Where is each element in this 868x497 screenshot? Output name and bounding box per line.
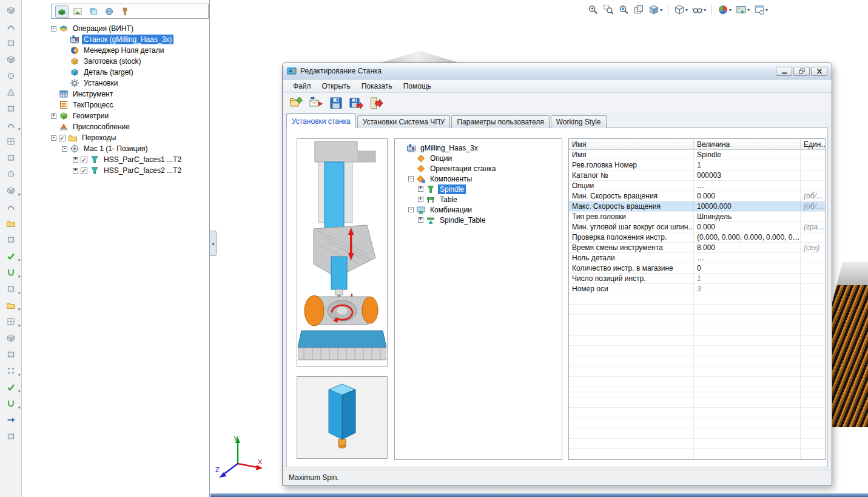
property-value[interactable]: 8.000 xyxy=(694,243,801,252)
left-toolbar-button-1[interactable] xyxy=(2,3,20,18)
feature-tree-item-9[interactable]: +Геометрии xyxy=(22,110,209,121)
expand-plus-icon[interactable]: + xyxy=(418,186,423,192)
expand-minus-icon[interactable]: - xyxy=(408,176,414,181)
left-toolbar-button-9[interactable] xyxy=(2,134,20,149)
expand-plus-icon[interactable]: + xyxy=(51,113,56,119)
dropdown-caret-icon[interactable]: ▾ xyxy=(18,258,21,262)
menu-item-3[interactable]: Показать xyxy=(356,80,398,92)
property-row[interactable]: Время смены инструмента8.000(сек) xyxy=(569,243,825,253)
props-column-header[interactable]: Един… xyxy=(801,139,825,149)
property-value[interactable]: 000003 xyxy=(694,171,801,180)
feature-tree-item-label[interactable]: Операция (ВИНТ) xyxy=(71,24,135,33)
dropdown-caret-icon[interactable]: ▾ xyxy=(765,7,768,13)
left-toolbar-button-13[interactable] xyxy=(2,200,20,214)
save-machine-as-button[interactable] xyxy=(348,95,365,112)
left-toolbar-button-16[interactable]: ▾ xyxy=(2,249,20,263)
item-checkbox[interactable]: ✓ xyxy=(59,135,66,141)
machine-tree-item-5[interactable]: +Spindle xyxy=(395,184,562,194)
feature-tree-item-label[interactable]: Переходы xyxy=(80,133,118,143)
dropdown-caret-icon[interactable]: ▾ xyxy=(18,274,21,279)
dropdown-caret-icon[interactable]: ▾ xyxy=(685,7,688,13)
dropdown-caret-icon[interactable]: ▾ xyxy=(18,307,21,311)
machine-tree-item-label[interactable]: Spindle_Table xyxy=(438,215,487,225)
panel-tab-paint[interactable] xyxy=(118,5,132,18)
property-row[interactable]: ИмяSpindle xyxy=(569,150,825,160)
left-toolbar-button-12[interactable]: ▾ xyxy=(2,183,20,198)
property-value[interactable]: (0.000, 0.000, 0.000, 0.000, 0… xyxy=(694,232,801,242)
feature-tree-item-13[interactable]: +✓HSS_ParC_faces1 ...T2 xyxy=(22,154,209,165)
expand-plus-icon[interactable]: + xyxy=(418,197,423,202)
machine-tree-item-4[interactable]: -Компоненты xyxy=(395,174,562,184)
machine-tree-item-label[interactable]: Опции xyxy=(428,154,454,163)
tab-1[interactable]: Установки станка xyxy=(286,113,356,128)
property-value[interactable]: 0 xyxy=(694,263,801,273)
left-toolbar-button-25[interactable]: ▾ xyxy=(2,396,20,411)
machine-tree-item-7[interactable]: -Комбинации xyxy=(395,205,562,215)
machine-tree-item-label[interactable]: Spindle xyxy=(438,184,466,194)
feature-tree-item-label[interactable]: ТехПроцесс xyxy=(71,100,115,110)
dropdown-caret-icon[interactable]: ▾ xyxy=(704,7,706,13)
feature-tree-item-11[interactable]: -✓Переходы xyxy=(22,132,209,143)
feature-tree-item-5[interactable]: Деталь (target) xyxy=(22,67,209,78)
feature-tree-item-6[interactable]: Установки xyxy=(22,78,209,89)
feature-tree-item-1[interactable]: -Операция (ВИНТ) xyxy=(22,23,209,34)
feature-tree-item-label[interactable]: Инструмент xyxy=(71,89,115,99)
dropdown-caret-icon[interactable]: ▾ xyxy=(18,127,21,131)
menu-item-2[interactable]: Открыть xyxy=(317,80,356,92)
property-value[interactable]: 0.000 xyxy=(694,191,801,201)
view-settings-button[interactable]: ▾ xyxy=(752,3,770,16)
feature-tree-item-3[interactable]: Менеджер Ноля детали xyxy=(22,45,209,56)
hide-show-items-button[interactable]: ▾ xyxy=(690,3,708,16)
zoom-in-button[interactable] xyxy=(586,3,601,16)
appearance-button[interactable]: ▾ xyxy=(716,3,733,16)
left-toolbar-button-5[interactable] xyxy=(2,69,20,83)
feature-tree-item-label[interactable]: HSS_ParC_faces2 ...T2 xyxy=(102,166,183,175)
feature-tree-item-label[interactable]: Мас 1 (1- Позиция) xyxy=(82,144,150,154)
dropdown-caret-icon[interactable]: ▾ xyxy=(18,389,21,393)
dropdown-caret-icon[interactable]: ▾ xyxy=(18,373,21,377)
left-toolbar-button-2[interactable] xyxy=(2,19,20,34)
dropdown-caret-icon[interactable]: ▾ xyxy=(660,7,662,13)
feature-tree-item-10[interactable]: Приспособление xyxy=(22,121,209,132)
property-value[interactable]: 0.000 xyxy=(694,222,801,232)
property-row[interactable]: Опции… xyxy=(569,181,825,191)
import-machine-button[interactable] xyxy=(308,95,325,112)
left-toolbar-button-4[interactable] xyxy=(2,52,20,67)
expand-minus-icon[interactable]: - xyxy=(408,207,414,212)
left-toolbar-button-15[interactable] xyxy=(2,232,20,247)
left-toolbar-button-22[interactable] xyxy=(2,347,20,362)
left-toolbar-button-23[interactable]: ▾ xyxy=(2,363,20,378)
dropdown-caret-icon[interactable]: ▾ xyxy=(18,323,21,328)
feature-tree-item-label[interactable]: Менеджер Ноля детали xyxy=(82,46,166,55)
dialog-titlebar[interactable]: Редактирование Станка xyxy=(283,63,832,79)
property-value[interactable]: 1 xyxy=(694,274,801,283)
panel-tab-layers[interactable] xyxy=(87,5,100,18)
tab-4[interactable]: Working Style xyxy=(551,115,607,128)
left-toolbar-button-26[interactable] xyxy=(2,413,20,427)
left-toolbar-button-20[interactable]: ▾ xyxy=(2,314,20,329)
left-toolbar-button-3[interactable] xyxy=(2,36,20,50)
feature-tree-item-7[interactable]: Инструмент xyxy=(22,89,209,100)
restore-button[interactable] xyxy=(793,67,810,76)
expand-plus-icon[interactable]: + xyxy=(73,157,78,163)
display-style-button[interactable]: ▾ xyxy=(672,3,690,16)
property-row[interactable]: Макс. Скорость вращения10000.000(об/… xyxy=(569,201,825,212)
left-toolbar-button-21[interactable] xyxy=(2,331,20,345)
item-checkbox[interactable]: ✓ xyxy=(81,167,87,174)
left-toolbar-button-11[interactable] xyxy=(2,167,20,181)
props-column-header[interactable]: Имя xyxy=(569,139,694,149)
view-orientation-button[interactable]: ▾ xyxy=(647,3,664,16)
feature-tree-item-label[interactable]: Деталь (target) xyxy=(82,67,135,77)
expand-plus-icon[interactable]: + xyxy=(418,217,423,223)
property-row[interactable]: Число позиций инстр.1 xyxy=(569,274,825,284)
feature-tree-item-4[interactable]: Заготовка (stock) xyxy=(22,56,209,67)
property-value[interactable]: … xyxy=(694,181,801,191)
machine-tree-item-1[interactable]: gMilling_Haas_3x xyxy=(395,143,562,153)
feature-tree-item-14[interactable]: +✓HSS_ParC_faces2 ...T2 xyxy=(22,165,209,176)
feature-tree-item-12[interactable]: -Мас 1 (1- Позиция) xyxy=(22,143,209,154)
panel-tab-image[interactable] xyxy=(71,5,84,18)
feature-tree-item-8[interactable]: ТехПроцесс xyxy=(22,100,209,110)
feature-tree-item-label[interactable]: HSS_ParC_faces1 ...T2 xyxy=(102,155,183,164)
left-toolbar-button-10[interactable] xyxy=(2,150,20,165)
menu-item-4[interactable]: Помощь xyxy=(398,80,437,92)
